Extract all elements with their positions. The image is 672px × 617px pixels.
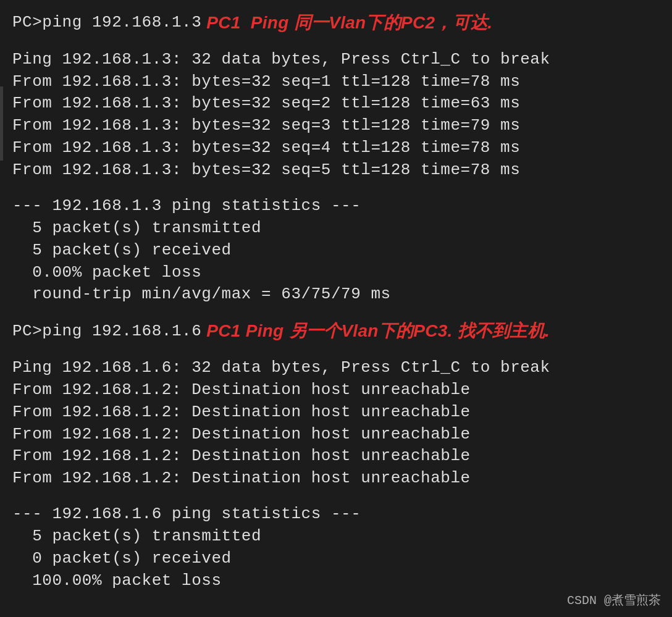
ping2-seq4: From 192.168.1.2: Destination host unrea… — [12, 445, 660, 468]
command-text-1: PC>ping 192.168.1.3 — [12, 12, 201, 34]
ping1-stats-2: 5 packet(s) received — [12, 240, 660, 262]
ping1-stats-4: round-trip min/avg/max = 63/75/79 ms — [12, 283, 660, 306]
ping1-seq1: From 192.168.1.3: bytes=32 seq=1 ttl=128… — [12, 71, 660, 93]
ping2-seq1: From 192.168.1.2: Destination host unrea… — [12, 379, 660, 401]
ping1-stats-header: --- 192.168.1.3 ping statistics --- — [12, 195, 660, 217]
ping2-stats-3: 100.00% packet loss — [12, 570, 660, 592]
spacer-2 — [12, 182, 660, 195]
spacer-5 — [12, 490, 660, 503]
ping1-seq3: From 192.168.1.3: bytes=32 seq=3 ttl=128… — [12, 115, 660, 137]
ping2-stats-1: 5 packet(s) transmitted — [12, 526, 660, 548]
ping2-seq2: From 192.168.1.2: Destination host unrea… — [12, 401, 660, 424]
command-line-1: PC>ping 192.168.1.3 PC1 Ping 同一Vlan下的PC2… — [12, 11, 660, 35]
ping2-header: Ping 192.168.1.6: 32 data bytes, Press C… — [12, 357, 660, 379]
annotation-2: PC1 Ping 另一个Vlan下的PC3. 找不到主机. — [206, 319, 550, 343]
annotation-1: PC1 Ping 同一Vlan下的PC2，可达. — [206, 11, 492, 35]
ping2-seq5: From 192.168.1.2: Destination host unrea… — [12, 468, 660, 490]
ping1-stats-3: 0.00% packet loss — [12, 262, 660, 284]
spacer-3 — [12, 306, 660, 319]
terminal-window: PC>ping 192.168.1.3 PC1 Ping 同一Vlan下的PC2… — [0, 0, 672, 617]
spacer-4 — [12, 343, 660, 357]
left-bar — [0, 86, 3, 161]
ping1-header: Ping 192.168.1.3: 32 data bytes, Press C… — [12, 49, 660, 71]
watermark: CSDN @煮雪煎茶 — [567, 592, 661, 608]
ping1-seq5: From 192.168.1.3: bytes=32 seq=5 ttl=128… — [12, 159, 660, 182]
command-text-2: PC>ping 192.168.1.6 — [12, 321, 201, 343]
ping2-seq3: From 192.168.1.2: Destination host unrea… — [12, 424, 660, 446]
ping1-seq4: From 192.168.1.3: bytes=32 seq=4 ttl=128… — [12, 137, 660, 159]
ping2-stats-header: --- 192.168.1.6 ping statistics --- — [12, 503, 660, 526]
ping2-stats-2: 0 packet(s) received — [12, 548, 660, 570]
spacer-1 — [12, 35, 660, 49]
ping1-seq2: From 192.168.1.3: bytes=32 seq=2 ttl=128… — [12, 93, 660, 115]
command-line-2: PC>ping 192.168.1.6 PC1 Ping 另一个Vlan下的PC… — [12, 319, 660, 343]
ping1-stats-1: 5 packet(s) transmitted — [12, 217, 660, 240]
